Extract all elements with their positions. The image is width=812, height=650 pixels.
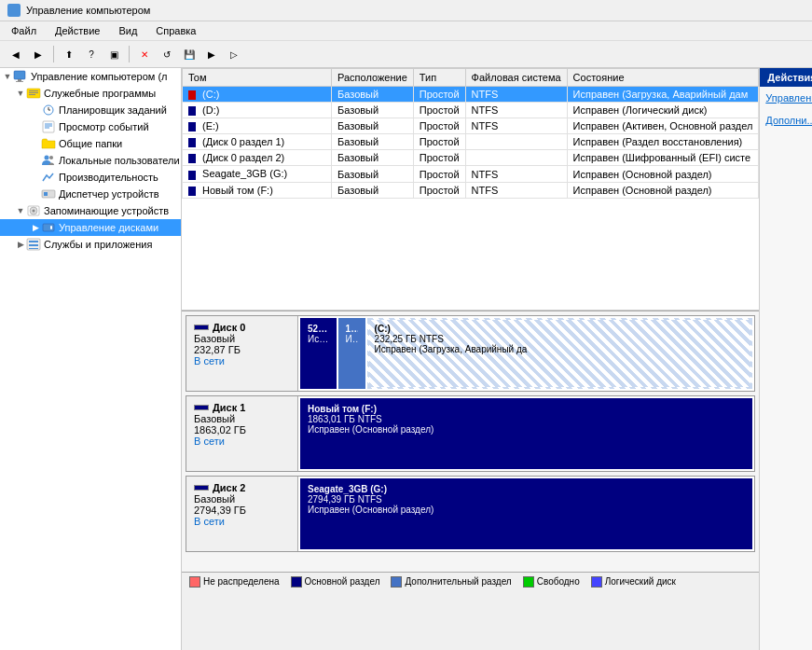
- partition-block[interactable]: 529 МБИсправен (Разде: [300, 318, 337, 389]
- legend-color: [391, 576, 402, 588]
- up-button[interactable]: ⬆: [59, 44, 79, 64]
- menu-view[interactable]: Вид: [115, 23, 141, 38]
- cell-fs: NTFS: [465, 182, 567, 198]
- col-tom[interactable]: Том: [183, 69, 332, 87]
- partition-block[interactable]: 100 МБИсправен (: [338, 318, 365, 389]
- legend-label: Не распределена: [203, 576, 280, 587]
- tree-item-scheduler[interactable]: ▶ Планировщик заданий: [0, 102, 181, 118]
- tree-item-perf[interactable]: ▶ Производительность: [0, 169, 181, 186]
- tree-item-tools[interactable]: ▼ Служебные программы: [0, 85, 181, 102]
- col-type[interactable]: Тип: [413, 69, 465, 87]
- menu-help[interactable]: Справка: [152, 23, 200, 38]
- tree-label-eventlog: Просмотр событий: [59, 121, 149, 132]
- table-row[interactable]: (D:) Базовый Простой NTFS Исправен (Логи…: [183, 103, 759, 118]
- partition-block[interactable]: Новый том (F:)1863,01 ГБ NTFSИсправен (О…: [300, 398, 752, 469]
- cell-location: Базовый: [332, 134, 414, 150]
- log-icon: [41, 120, 56, 133]
- expand-users[interactable]: ▶: [30, 155, 41, 166]
- cell-location: Базовый: [332, 166, 414, 182]
- disk-table-area[interactable]: Том Расположение Тип Файловая система Со…: [182, 68, 759, 311]
- menu-file[interactable]: Файл: [7, 23, 40, 38]
- tree-item-folders[interactable]: ▶ Общие папки: [0, 135, 181, 152]
- partition-block[interactable]: Seagate_3GB (G:)2794,39 ГБ NTFSИсправен …: [300, 478, 752, 549]
- cell-fs: [465, 150, 567, 166]
- legend-bar: Не распределена Основной раздел Дополнит…: [182, 572, 759, 590]
- disk-partitions: Новый том (F:)1863,01 ГБ NTFSИсправен (О…: [298, 396, 754, 471]
- disk-table: Том Расположение Тип Файловая система Со…: [182, 68, 759, 199]
- tree-label-services: Службы и приложения: [44, 239, 152, 250]
- actions-secondary-link[interactable]: Дополни...: [760, 113, 812, 128]
- disk-status: В сети: [194, 436, 290, 447]
- device-icon: [41, 187, 56, 201]
- cell-status: Исправен (Основной раздел): [567, 182, 759, 198]
- tree-label-root: Управление компьютером (л: [31, 71, 168, 82]
- disk-partitions: 529 МБИсправен (Разде100 МБИсправен ((C:…: [298, 316, 754, 391]
- table-row[interactable]: Seagate_3GB (G:) Базовый Простой NTFS Ис…: [183, 166, 759, 182]
- tree-item-storage[interactable]: ▼ Запоминающие устройств: [0, 202, 181, 219]
- disk-name: Диск 2: [194, 482, 290, 493]
- app-icon: [7, 4, 21, 17]
- cell-fs: NTFS: [465, 166, 567, 182]
- tree-item-users[interactable]: ▶ Локальные пользователи: [0, 152, 181, 169]
- expand-storage[interactable]: ▼: [15, 205, 26, 216]
- stop-button[interactable]: ✕: [134, 44, 155, 64]
- cell-status: Исправен (Шифрованный (EFI) систе: [567, 150, 759, 166]
- help-button[interactable]: ?: [81, 44, 102, 64]
- table-row[interactable]: (Диск 0 раздел 2) Базовый Простой Исправ…: [183, 150, 759, 166]
- disk-size: 1863,02 ГБ: [194, 424, 290, 436]
- svg-rect-0: [14, 71, 25, 79]
- tree-item-services[interactable]: ▶ Службы и приложения: [0, 236, 181, 253]
- cell-status: Исправен (Логический диск): [567, 103, 759, 118]
- view-button[interactable]: ▣: [103, 44, 124, 64]
- cell-location: Базовый: [332, 103, 414, 118]
- forward-button[interactable]: ▶: [28, 44, 48, 64]
- legend-item: Дополнительный раздел: [391, 576, 511, 588]
- expand-scheduler[interactable]: ▶: [30, 104, 41, 116]
- table-row[interactable]: (Диск 0 раздел 1) Базовый Простой Исправ…: [183, 134, 759, 150]
- tree-label-storage: Запоминающие устройств: [44, 205, 169, 216]
- svg-point-20: [33, 210, 35, 213]
- col-status[interactable]: Состояние: [567, 69, 759, 87]
- tree-item-devmgr[interactable]: ▶ Диспетчер устройств: [0, 186, 181, 202]
- disk-type: Базовый: [194, 333, 290, 344]
- clock-icon: [41, 104, 56, 117]
- menu-action[interactable]: Действие: [51, 23, 103, 38]
- toolbar: ◀ ▶ ⬆ ? ▣ ✕ ↺ 💾 ▶ ▷: [0, 41, 812, 68]
- expand-folders[interactable]: ▶: [30, 138, 41, 149]
- expand-services[interactable]: ▶: [15, 239, 26, 250]
- run2-button[interactable]: ▷: [224, 44, 244, 64]
- table-row[interactable]: Новый том (F:) Базовый Простой NTFS Испр…: [183, 182, 759, 198]
- disk-visual-area: Диск 0 Базовый 232,87 ГБ В сети 529 МБИс…: [182, 311, 759, 572]
- cell-type: Простой: [413, 150, 465, 166]
- svg-point-15: [49, 156, 53, 159]
- expand-root[interactable]: ▼: [2, 71, 13, 82]
- tree-item-eventlog[interactable]: ▶ Просмотр событий: [0, 118, 181, 135]
- actions-primary-link[interactable]: Управление...: [760, 90, 812, 105]
- expand-perf[interactable]: ▶: [30, 172, 41, 183]
- col-location[interactable]: Расположение: [332, 69, 414, 87]
- expand-tools[interactable]: ▼: [15, 88, 26, 99]
- cell-type: Простой: [413, 182, 465, 198]
- cell-type: Простой: [413, 134, 465, 150]
- col-fs[interactable]: Файловая система: [465, 69, 567, 87]
- cell-status: Исправен (Основной раздел): [567, 166, 759, 182]
- legend-item: Логический диск: [591, 576, 676, 588]
- expand-diskmgmt[interactable]: ▶: [30, 222, 41, 233]
- partition-block[interactable]: (C:)232,25 ГБ NTFSИсправен (Загрузка, Ав…: [367, 318, 753, 389]
- menu-bar: Файл Действие Вид Справка: [0, 21, 812, 41]
- refresh-button[interactable]: ↺: [157, 44, 177, 64]
- back-button[interactable]: ◀: [6, 44, 26, 64]
- run-button[interactable]: ▶: [201, 44, 222, 64]
- table-row[interactable]: (C:) Базовый Простой NTFS Исправен (Загр…: [183, 87, 759, 103]
- tree-item-root[interactable]: ▼ Управление компьютером (л: [0, 68, 181, 85]
- table-row[interactable]: (E:) Базовый Простой NTFS Исправен (Акти…: [183, 118, 759, 134]
- computer-icon: [13, 70, 28, 83]
- tree-label-scheduler: Планировщик заданий: [59, 104, 167, 116]
- expand-devmgr[interactable]: ▶: [30, 188, 41, 200]
- tree-item-diskmgmt[interactable]: ▶ Управление дисками: [0, 219, 181, 236]
- cell-type: Простой: [413, 103, 465, 118]
- cell-name: (D:): [183, 103, 332, 118]
- expand-eventlog[interactable]: ▶: [30, 121, 41, 132]
- disk-status: В сети: [194, 516, 290, 527]
- export-button[interactable]: 💾: [179, 44, 200, 64]
